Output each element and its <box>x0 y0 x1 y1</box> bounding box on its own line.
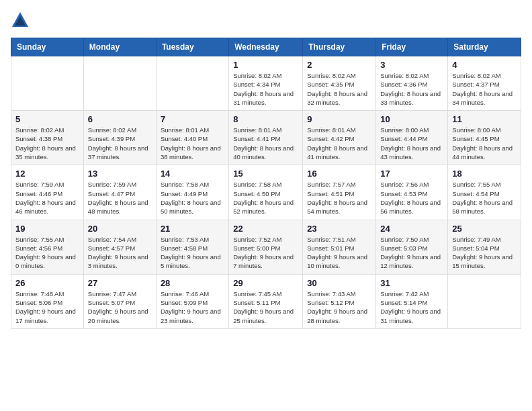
day-info: Sunrise: 8:02 AMSunset: 4:38 PMDaylight:… <box>15 126 79 161</box>
calendar-week-row: 19Sunrise: 7:55 AMSunset: 4:56 PMDayligh… <box>11 220 521 274</box>
day-info: Sunrise: 7:48 AMSunset: 5:06 PMDaylight:… <box>15 289 79 325</box>
day-info: Sunrise: 8:01 AMSunset: 4:42 PMDaylight:… <box>307 126 371 161</box>
day-number: 23 <box>307 224 371 234</box>
calendar-day-cell: 29Sunrise: 7:45 AMSunset: 5:11 PMDayligh… <box>229 274 303 328</box>
day-number: 26 <box>15 278 79 288</box>
calendar-day-cell: 4Sunrise: 8:02 AMSunset: 4:37 PMDaylight… <box>448 56 521 111</box>
calendar-day-cell <box>83 56 156 111</box>
logo <box>11 11 32 30</box>
day-number: 22 <box>233 224 298 234</box>
day-number: 6 <box>88 114 152 124</box>
calendar-day-cell: 20Sunrise: 7:54 AMSunset: 4:57 PMDayligh… <box>83 220 156 274</box>
day-info: Sunrise: 7:45 AMSunset: 5:11 PMDaylight:… <box>233 289 298 325</box>
day-number: 2 <box>307 60 371 70</box>
calendar-day-cell: 22Sunrise: 7:52 AMSunset: 5:00 PMDayligh… <box>229 220 303 274</box>
calendar-week-row: 5Sunrise: 8:02 AMSunset: 4:38 PMDaylight… <box>11 111 521 165</box>
day-number: 24 <box>380 224 443 234</box>
calendar-day-cell: 23Sunrise: 7:51 AMSunset: 5:01 PMDayligh… <box>303 220 376 274</box>
calendar-day-cell: 30Sunrise: 7:43 AMSunset: 5:12 PMDayligh… <box>303 274 376 328</box>
calendar-day-cell: 1Sunrise: 8:02 AMSunset: 4:34 PMDaylight… <box>229 56 303 111</box>
day-number: 29 <box>233 278 298 288</box>
day-number: 18 <box>452 169 517 179</box>
day-number: 27 <box>88 278 152 288</box>
day-number: 28 <box>161 278 224 288</box>
weekday-header: Wednesday <box>229 38 303 56</box>
day-number: 11 <box>452 114 517 124</box>
calendar-week-row: 26Sunrise: 7:48 AMSunset: 5:06 PMDayligh… <box>11 274 521 328</box>
calendar-week-row: 12Sunrise: 7:59 AMSunset: 4:46 PMDayligh… <box>11 165 521 220</box>
calendar-day-cell <box>448 274 521 328</box>
day-info: Sunrise: 7:58 AMSunset: 4:50 PMDaylight:… <box>233 180 298 216</box>
day-number: 4 <box>452 60 517 70</box>
day-info: Sunrise: 7:59 AMSunset: 4:47 PMDaylight:… <box>88 180 152 216</box>
day-info: Sunrise: 7:58 AMSunset: 4:49 PMDaylight:… <box>161 180 224 216</box>
calendar-day-cell: 25Sunrise: 7:49 AMSunset: 5:04 PMDayligh… <box>448 220 521 274</box>
calendar-day-cell: 9Sunrise: 8:01 AMSunset: 4:42 PMDaylight… <box>303 111 376 165</box>
day-info: Sunrise: 7:51 AMSunset: 5:01 PMDaylight:… <box>307 235 371 271</box>
weekday-header: Monday <box>83 38 156 56</box>
logo-icon <box>11 11 30 30</box>
day-number: 8 <box>233 114 298 124</box>
day-info: Sunrise: 7:55 AMSunset: 4:54 PMDaylight:… <box>452 180 517 216</box>
calendar-day-cell: 19Sunrise: 7:55 AMSunset: 4:56 PMDayligh… <box>11 220 84 274</box>
day-info: Sunrise: 8:01 AMSunset: 4:41 PMDaylight:… <box>233 126 298 161</box>
day-info: Sunrise: 7:42 AMSunset: 5:14 PMDaylight:… <box>380 289 443 325</box>
calendar-day-cell: 12Sunrise: 7:59 AMSunset: 4:46 PMDayligh… <box>11 165 84 220</box>
calendar-day-cell: 26Sunrise: 7:48 AMSunset: 5:06 PMDayligh… <box>11 274 84 328</box>
day-number: 20 <box>88 224 152 234</box>
calendar-table: SundayMondayTuesdayWednesdayThursdayFrid… <box>11 38 521 329</box>
calendar-day-cell: 17Sunrise: 7:56 AMSunset: 4:53 PMDayligh… <box>376 165 448 220</box>
day-number: 13 <box>88 169 152 179</box>
calendar-day-cell: 13Sunrise: 7:59 AMSunset: 4:47 PMDayligh… <box>83 165 156 220</box>
day-number: 16 <box>307 169 371 179</box>
day-info: Sunrise: 8:00 AMSunset: 4:44 PMDaylight:… <box>380 126 443 161</box>
day-number: 19 <box>15 224 79 234</box>
day-info: Sunrise: 8:02 AMSunset: 4:36 PMDaylight:… <box>380 71 443 107</box>
day-info: Sunrise: 8:02 AMSunset: 4:35 PMDaylight:… <box>307 71 371 107</box>
page-header <box>11 11 521 30</box>
calendar-header-row: SundayMondayTuesdayWednesdayThursdayFrid… <box>11 38 521 56</box>
calendar-day-cell: 2Sunrise: 8:02 AMSunset: 4:35 PMDaylight… <box>303 56 376 111</box>
day-number: 3 <box>380 60 443 70</box>
calendar-day-cell: 7Sunrise: 8:01 AMSunset: 4:40 PMDaylight… <box>156 111 228 165</box>
calendar-day-cell: 31Sunrise: 7:42 AMSunset: 5:14 PMDayligh… <box>376 274 448 328</box>
day-number: 10 <box>380 114 443 124</box>
day-number: 31 <box>380 278 443 288</box>
calendar-day-cell: 16Sunrise: 7:57 AMSunset: 4:51 PMDayligh… <box>303 165 376 220</box>
day-info: Sunrise: 7:59 AMSunset: 4:46 PMDaylight:… <box>15 180 79 216</box>
weekday-header: Tuesday <box>156 38 228 56</box>
weekday-header: Sunday <box>11 38 84 56</box>
calendar-day-cell: 8Sunrise: 8:01 AMSunset: 4:41 PMDaylight… <box>229 111 303 165</box>
day-info: Sunrise: 7:54 AMSunset: 4:57 PMDaylight:… <box>88 235 152 271</box>
day-number: 14 <box>161 169 224 179</box>
day-number: 5 <box>15 114 79 124</box>
day-info: Sunrise: 7:43 AMSunset: 5:12 PMDaylight:… <box>307 289 371 325</box>
day-info: Sunrise: 8:02 AMSunset: 4:37 PMDaylight:… <box>452 71 517 107</box>
day-info: Sunrise: 7:46 AMSunset: 5:09 PMDaylight:… <box>161 289 224 325</box>
day-info: Sunrise: 7:57 AMSunset: 4:51 PMDaylight:… <box>307 180 371 216</box>
day-info: Sunrise: 7:47 AMSunset: 5:07 PMDaylight:… <box>88 289 152 325</box>
day-info: Sunrise: 7:55 AMSunset: 4:56 PMDaylight:… <box>15 235 79 271</box>
calendar-day-cell: 11Sunrise: 8:00 AMSunset: 4:45 PMDayligh… <box>448 111 521 165</box>
calendar-day-cell: 5Sunrise: 8:02 AMSunset: 4:38 PMDaylight… <box>11 111 84 165</box>
calendar-day-cell: 10Sunrise: 8:00 AMSunset: 4:44 PMDayligh… <box>376 111 448 165</box>
weekday-header: Saturday <box>448 38 521 56</box>
day-info: Sunrise: 7:53 AMSunset: 4:58 PMDaylight:… <box>161 235 224 271</box>
calendar-day-cell <box>156 56 228 111</box>
calendar-day-cell: 3Sunrise: 8:02 AMSunset: 4:36 PMDaylight… <box>376 56 448 111</box>
calendar-day-cell: 21Sunrise: 7:53 AMSunset: 4:58 PMDayligh… <box>156 220 228 274</box>
calendar-day-cell: 6Sunrise: 8:02 AMSunset: 4:39 PMDaylight… <box>83 111 156 165</box>
day-info: Sunrise: 7:52 AMSunset: 5:00 PMDaylight:… <box>233 235 298 271</box>
calendar-week-row: 1Sunrise: 8:02 AMSunset: 4:34 PMDaylight… <box>11 56 521 111</box>
weekday-header: Friday <box>376 38 448 56</box>
day-number: 25 <box>452 224 517 234</box>
day-number: 7 <box>161 114 224 124</box>
day-info: Sunrise: 7:50 AMSunset: 5:03 PMDaylight:… <box>380 235 443 271</box>
day-number: 1 <box>233 60 298 70</box>
day-info: Sunrise: 8:02 AMSunset: 4:39 PMDaylight:… <box>88 126 152 161</box>
calendar-day-cell <box>11 56 84 111</box>
day-number: 21 <box>161 224 224 234</box>
calendar-day-cell: 14Sunrise: 7:58 AMSunset: 4:49 PMDayligh… <box>156 165 228 220</box>
day-info: Sunrise: 7:56 AMSunset: 4:53 PMDaylight:… <box>380 180 443 216</box>
day-info: Sunrise: 7:49 AMSunset: 5:04 PMDaylight:… <box>452 235 517 271</box>
